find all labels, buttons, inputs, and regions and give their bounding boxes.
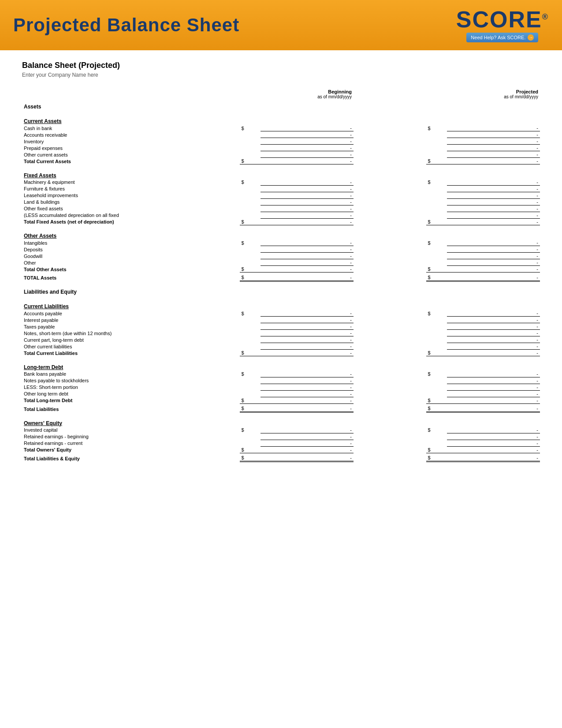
prepaid-beg-value[interactable]: - bbox=[261, 145, 354, 151]
furniture-proj-value[interactable]: - bbox=[447, 185, 540, 192]
blp-beg-value[interactable]: - bbox=[261, 371, 354, 377]
nst-beg-value[interactable]: - bbox=[261, 330, 354, 336]
row-other-long-term-debt: Other long term debt - - bbox=[22, 390, 540, 397]
oltd-beg-value[interactable]: - bbox=[261, 390, 354, 397]
land-proj-value[interactable]: - bbox=[447, 198, 540, 205]
other-oa-proj-value[interactable]: - bbox=[447, 259, 540, 266]
less-dep-proj-value[interactable]: - bbox=[447, 212, 540, 218]
other-cl-label: Other current liabilities bbox=[22, 343, 240, 350]
cash-proj-dollar: $ bbox=[426, 125, 447, 131]
lstp-proj-value[interactable]: - bbox=[447, 384, 540, 390]
toa-proj-value[interactable]: - bbox=[447, 266, 540, 273]
ic-proj-value[interactable]: - bbox=[447, 427, 540, 433]
tltd-beg-value[interactable]: - bbox=[261, 397, 354, 403]
other-fa-proj-value[interactable]: - bbox=[447, 205, 540, 212]
prepaid-proj-value[interactable]: - bbox=[447, 145, 540, 151]
tle-proj-dollar: $ bbox=[426, 455, 447, 462]
page-title: Balance Sheet (Projected) bbox=[22, 61, 540, 70]
deposits-proj-value[interactable]: - bbox=[447, 246, 540, 253]
ta-beg-value[interactable]: - bbox=[261, 274, 354, 281]
tcl-proj-value[interactable]: - bbox=[447, 350, 540, 356]
tca-beg-value[interactable]: - bbox=[261, 158, 354, 164]
rec-beg-value[interactable]: - bbox=[261, 440, 354, 446]
balance-sheet-table: Beginning as of mm/dd/yyyy Projected as … bbox=[22, 89, 540, 462]
nps-beg-value[interactable]: - bbox=[261, 377, 354, 384]
tltd-proj-value[interactable]: - bbox=[447, 397, 540, 403]
land-beg-value[interactable]: - bbox=[261, 198, 354, 205]
ap-proj-value[interactable]: - bbox=[447, 310, 540, 317]
deposits-beg-value[interactable]: - bbox=[261, 246, 354, 253]
row-land-buildings: Land & buildings - - bbox=[22, 198, 540, 205]
lstp-beg-value[interactable]: - bbox=[261, 384, 354, 390]
tle-beg-dollar: $ bbox=[240, 455, 261, 462]
intang-beg-value[interactable]: - bbox=[261, 239, 354, 246]
oltd-proj-value[interactable]: - bbox=[447, 390, 540, 397]
ic-beg-value[interactable]: - bbox=[261, 427, 354, 433]
row-cash-in-bank: Cash in bank $ - $ - bbox=[22, 125, 540, 131]
less-dep-beg-value[interactable]: - bbox=[261, 212, 354, 218]
toe-beg-value[interactable]: - bbox=[261, 446, 354, 453]
row-invested-capital: Invested capital $ - $ - bbox=[22, 427, 540, 433]
long-term-debt-header-row: Long-term Debt bbox=[22, 360, 540, 371]
company-name-field[interactable]: Enter your Company Name here bbox=[22, 72, 540, 78]
tle-proj-value[interactable]: - bbox=[447, 455, 540, 462]
leasehold-beg-value[interactable]: - bbox=[261, 192, 354, 198]
row-notes-short-term: Notes, short-term (due within 12 months)… bbox=[22, 330, 540, 336]
other-oa-beg-value[interactable]: - bbox=[261, 259, 354, 266]
machinery-label: Machinery & equipment bbox=[22, 179, 240, 186]
total-assets-label: TOTAL Assets bbox=[22, 274, 240, 281]
ap-beg-value[interactable]: - bbox=[261, 310, 354, 317]
ar-beg-value[interactable]: - bbox=[261, 131, 354, 138]
projected-date: as of mm/dd/yyyy bbox=[355, 94, 538, 99]
inventory-beg-value[interactable]: - bbox=[261, 138, 354, 145]
row-current-part-ltd: Current part, long-term debt - - bbox=[22, 336, 540, 343]
ta-beg-dollar: $ bbox=[240, 274, 261, 281]
rec-proj-value[interactable]: - bbox=[447, 440, 540, 446]
cltd-proj-value[interactable]: - bbox=[447, 336, 540, 343]
score-help-button[interactable]: Need Help? Ask SCORE. → bbox=[466, 33, 538, 42]
tl-proj-value[interactable]: - bbox=[447, 405, 540, 412]
tl-beg-value[interactable]: - bbox=[261, 405, 354, 412]
other-fa-beg-value[interactable]: - bbox=[261, 205, 354, 212]
other-ca-beg-value[interactable]: - bbox=[261, 151, 354, 158]
leasehold-proj-value[interactable]: - bbox=[447, 192, 540, 198]
row-accounts-receivable: Accounts receivable - - bbox=[22, 131, 540, 138]
tcl-beg-value[interactable]: - bbox=[261, 350, 354, 356]
cash-proj-value[interactable]: - bbox=[447, 125, 540, 131]
toe-proj-value[interactable]: - bbox=[447, 446, 540, 453]
owners-equity-header-row: Owners' Equity bbox=[22, 416, 540, 427]
tfa-beg-value[interactable]: - bbox=[261, 218, 354, 225]
ta-proj-value[interactable]: - bbox=[447, 274, 540, 281]
ip-beg-value[interactable]: - bbox=[261, 317, 354, 323]
reb-proj-value[interactable]: - bbox=[447, 433, 540, 440]
intang-proj-value[interactable]: - bbox=[447, 239, 540, 246]
toa-beg-value[interactable]: - bbox=[261, 266, 354, 273]
toa-proj-dollar: $ bbox=[426, 266, 447, 273]
mach-proj-value[interactable]: - bbox=[447, 179, 540, 186]
mach-beg-value[interactable]: - bbox=[261, 179, 354, 186]
tp-beg-value[interactable]: - bbox=[261, 323, 354, 330]
cash-beg-value[interactable]: - bbox=[261, 125, 354, 131]
ic-proj-dollar: $ bbox=[426, 427, 447, 433]
tca-proj-value[interactable]: - bbox=[447, 158, 540, 164]
other-ca-proj-value[interactable]: - bbox=[447, 151, 540, 158]
furniture-beg-value[interactable]: - bbox=[261, 185, 354, 192]
blp-proj-value[interactable]: - bbox=[447, 371, 540, 377]
ip-proj-value[interactable]: - bbox=[447, 317, 540, 323]
nst-proj-value[interactable]: - bbox=[447, 330, 540, 336]
goodwill-proj-value[interactable]: - bbox=[447, 253, 540, 259]
tfa-proj-value[interactable]: - bbox=[447, 218, 540, 225]
ar-proj-value[interactable]: - bbox=[447, 131, 540, 138]
ocl-beg-value[interactable]: - bbox=[261, 343, 354, 350]
notes-stockholders-label: Notes payable to stockholders bbox=[22, 377, 240, 384]
nps-proj-value[interactable]: - bbox=[447, 377, 540, 384]
tp-proj-value[interactable]: - bbox=[447, 323, 540, 330]
tle-beg-value[interactable]: - bbox=[261, 455, 354, 462]
other-assets-header: Other Assets bbox=[22, 228, 240, 239]
reb-beg-value[interactable]: - bbox=[261, 433, 354, 440]
cltd-beg-value[interactable]: - bbox=[261, 336, 354, 343]
ocl-proj-value[interactable]: - bbox=[447, 343, 540, 350]
goodwill-beg-value[interactable]: - bbox=[261, 253, 354, 259]
inventory-proj-value[interactable]: - bbox=[447, 138, 540, 145]
retained-curr-label: Retained earnings - current bbox=[22, 440, 240, 446]
